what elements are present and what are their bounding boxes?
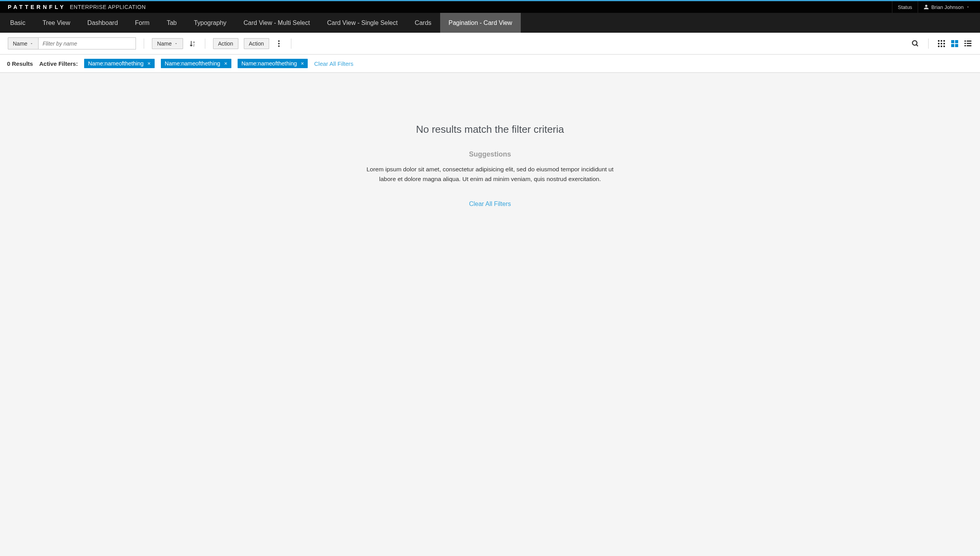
svg-rect-19 (955, 44, 958, 47)
user-icon (924, 4, 929, 10)
filter-chip: Name:nameofthething× (84, 59, 155, 68)
view-small-grid-icon[interactable] (937, 39, 946, 48)
action-button-2[interactable]: Action (244, 38, 269, 49)
svg-point-4 (278, 45, 280, 47)
nav-item[interactable]: Tree View (34, 13, 79, 33)
status-menu[interactable]: Status (892, 1, 918, 13)
svg-rect-23 (967, 43, 971, 44)
kebab-icon[interactable] (275, 39, 283, 48)
filter-chip: Name:nameofthething× (161, 59, 231, 68)
chevron-down-icon (966, 5, 970, 9)
chevron-down-icon (174, 42, 178, 46)
filter-results-row: 0 Results Active Filters: Name:nameofthe… (0, 55, 980, 73)
filter-group: Name (8, 37, 136, 49)
empty-subtitle: Suggestions (8, 150, 972, 158)
active-filters-label: Active Filters: (39, 60, 78, 67)
svg-rect-10 (938, 43, 939, 44)
svg-rect-9 (943, 40, 945, 42)
svg-rect-21 (967, 40, 971, 42)
results-count: 0 Results (7, 60, 33, 67)
brand-name: PATTERNFLY (8, 4, 66, 10)
nav-item[interactable]: Card View - Multi Select (235, 13, 318, 33)
empty-title: No results match the filter criteria (8, 123, 972, 135)
nav-item[interactable]: Form (127, 13, 158, 33)
nav-item[interactable]: Basic (2, 13, 34, 33)
user-name: Brian Johnson (931, 4, 964, 10)
svg-rect-7 (938, 40, 939, 42)
close-icon[interactable]: × (301, 60, 304, 67)
svg-rect-14 (941, 46, 942, 47)
sort-field-dropdown[interactable]: Name (152, 38, 183, 49)
svg-rect-18 (951, 44, 954, 47)
filter-chip-label: Name:nameofthething (88, 60, 144, 67)
clear-all-filters-link[interactable]: Clear All Filters (314, 60, 353, 67)
view-list-icon[interactable] (964, 39, 972, 48)
nav-item[interactable]: Cards (406, 13, 440, 33)
filter-chip-label: Name:nameofthething (165, 60, 220, 67)
user-menu[interactable]: Brian Johnson (918, 1, 975, 13)
close-icon[interactable]: × (148, 60, 151, 67)
svg-rect-17 (955, 40, 958, 43)
svg-rect-25 (967, 45, 971, 46)
nav-item[interactable]: Card View - Single Select (319, 13, 406, 33)
empty-body: Lorem ipsum dolor sit amet, consectetur … (361, 165, 619, 184)
svg-rect-8 (941, 40, 942, 42)
close-icon[interactable]: × (224, 60, 227, 67)
filter-field-dropdown[interactable]: Name (8, 37, 39, 49)
view-large-grid-icon[interactable] (950, 39, 959, 48)
chevron-down-icon (30, 42, 33, 46)
nav-item[interactable]: Tab (158, 13, 185, 33)
svg-rect-24 (964, 45, 966, 46)
brand-subtitle: ENTERPRISE APPLICATION (70, 4, 146, 10)
svg-rect-20 (964, 40, 966, 42)
nav-item[interactable]: Dashboard (79, 13, 126, 33)
svg-rect-16 (951, 40, 954, 43)
filter-field-label: Name (13, 40, 27, 47)
svg-text:Z: Z (193, 44, 195, 46)
nav-item[interactable]: Typography (185, 13, 235, 33)
separator (291, 39, 291, 49)
svg-point-5 (913, 40, 917, 45)
search-icon[interactable] (911, 39, 920, 48)
nav-item[interactable]: Pagination - Card View (440, 13, 521, 33)
separator (928, 39, 929, 49)
brand: PATTERNFLY ENTERPRISE APPLICATION (8, 4, 146, 10)
status-label: Status (898, 4, 912, 10)
svg-rect-13 (938, 46, 939, 47)
svg-rect-22 (964, 43, 966, 44)
filter-chip: Name:nameofthething× (238, 59, 308, 68)
svg-rect-12 (943, 43, 945, 44)
primary-nav: BasicTree ViewDashboardFormTabTypography… (0, 13, 980, 33)
filter-input[interactable] (39, 37, 136, 49)
svg-text:A: A (193, 41, 195, 44)
empty-state: No results match the filter criteria Sug… (0, 73, 980, 258)
separator (144, 39, 144, 49)
svg-line-6 (917, 44, 918, 46)
toolbar: Name Name A Z Action Action (0, 33, 980, 55)
svg-point-3 (278, 43, 280, 44)
separator (205, 39, 205, 49)
svg-point-2 (278, 40, 280, 42)
empty-clear-filters-link[interactable]: Clear All Filters (469, 201, 511, 207)
svg-rect-11 (941, 43, 942, 44)
sort-alpha-asc-icon[interactable]: A Z (189, 39, 197, 48)
action-button-1[interactable]: Action (213, 38, 238, 49)
view-toggle (937, 39, 972, 48)
sort-field-label: Name (157, 40, 171, 47)
masthead: PATTERNFLY ENTERPRISE APPLICATION Status… (0, 1, 980, 13)
filter-chip-label: Name:nameofthething (241, 60, 297, 67)
svg-rect-15 (943, 46, 945, 47)
